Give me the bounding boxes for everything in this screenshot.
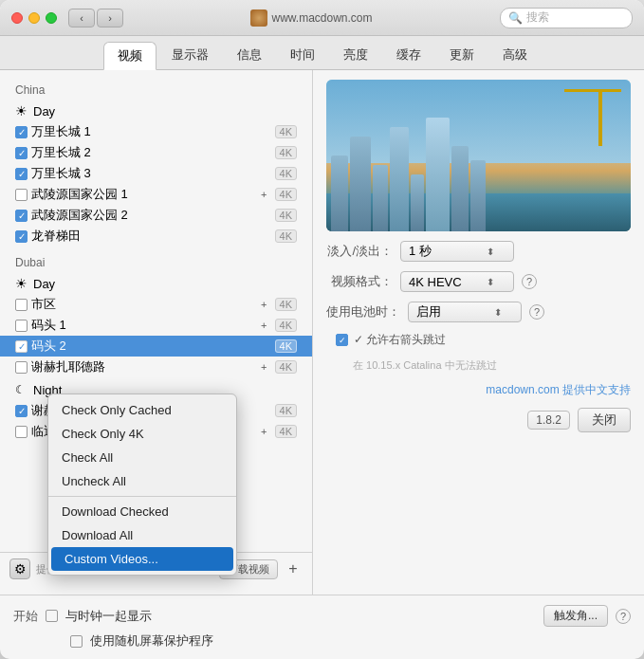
building: [470, 160, 486, 231]
dropdown-item-custom-videos[interactable]: Custom Videos...: [51, 547, 233, 571]
hotcorners-button[interactable]: 触发角...: [543, 605, 608, 627]
plus-badge: +: [261, 426, 267, 437]
list-item[interactable]: ✓ 万里长城 1 4K: [0, 121, 312, 142]
screensaver-label: 使用随机屏幕保护程序: [90, 632, 213, 650]
fade-value: 1 秒: [409, 243, 432, 260]
close-window-button[interactable]: [11, 12, 23, 24]
item-label: 码头 2: [31, 338, 271, 355]
checkbox-night-xhz[interactable]: ✓: [15, 405, 28, 417]
battery-select[interactable]: 启用 ⬍: [408, 302, 522, 322]
maximize-window-button[interactable]: [46, 12, 57, 24]
list-item[interactable]: 市区 + 4K: [0, 294, 312, 315]
title-area: www.macdown.com: [123, 9, 500, 27]
buildings: [326, 125, 631, 231]
back-button[interactable]: ‹: [68, 9, 95, 27]
item-label: 武陵源国家公园 1: [31, 186, 257, 203]
dropdown-item-check-4k[interactable]: Check Only 4K: [48, 422, 236, 446]
macdown-link[interactable]: macdown.com 提供中文支持: [486, 383, 631, 396]
traffic-lights: [11, 12, 57, 24]
checkbox-wlcc2[interactable]: ✓: [15, 147, 28, 159]
section-dubai: Dubai: [0, 252, 312, 273]
battery-help-button[interactable]: ?: [529, 304, 544, 320]
quality-badge: 4K: [275, 404, 297, 417]
building: [451, 146, 469, 231]
checkbox-night-lj[interactable]: [15, 426, 28, 438]
list-item-selected[interactable]: ✓ 码头 2 4K: [0, 336, 312, 357]
item-label: 万里长城 3: [31, 165, 271, 182]
tab-time[interactable]: 时间: [277, 42, 328, 69]
search-box[interactable]: 🔍 搜索: [500, 8, 633, 28]
format-select[interactable]: 4K HEVC ⬍: [400, 271, 514, 292]
dropdown-item-download-checked[interactable]: Download Checked: [48, 500, 236, 523]
quality-badge: 4K: [275, 125, 297, 138]
plus-badge: +: [261, 320, 267, 331]
tab-info[interactable]: 信息: [224, 42, 275, 69]
format-row: 视频格式： 4K HEVC ⬍ ?: [326, 271, 631, 292]
item-label: 谢赫扎耶德路: [31, 358, 257, 375]
dropdown-item-check-all[interactable]: Check All: [48, 446, 236, 469]
tab-brightness[interactable]: 亮度: [330, 42, 381, 69]
clock-row: 开始 与时钟一起显示 触发角... ?: [13, 605, 631, 627]
checkbox-wlcc1[interactable]: ✓: [15, 126, 28, 138]
close-button[interactable]: 关闭: [578, 408, 631, 432]
hotcorners-help-button[interactable]: ?: [616, 609, 631, 624]
link-row: macdown.com 提供中文支持: [326, 382, 631, 398]
dropdown-item-download-all[interactable]: Download All: [48, 523, 236, 547]
allow-arrow-checkbox[interactable]: ✓: [336, 334, 348, 346]
plus-badge: +: [261, 361, 267, 373]
tab-display[interactable]: 显示器: [158, 42, 222, 69]
checkbox-shq[interactable]: [15, 299, 28, 311]
checkbox-wlygy1[interactable]: [15, 189, 28, 201]
screensaver-row: 使用随机屏幕保护程序: [13, 632, 631, 650]
checkbox-xhz[interactable]: [15, 361, 28, 374]
tab-cache[interactable]: 缓存: [383, 42, 434, 69]
forward-button[interactable]: ›: [97, 9, 123, 27]
list-item[interactable]: 谢赫扎耶德路 + 4K: [0, 357, 312, 377]
item-label: 万里长城 2: [31, 144, 271, 161]
list-item[interactable]: 码头 1 + 4K: [0, 315, 312, 336]
checkbox-wlygy2[interactable]: ✓: [15, 210, 28, 222]
list-item[interactable]: ✓ 龙脊梯田 4K: [0, 226, 312, 247]
chevron-up-down-icon2: ⬍: [487, 277, 494, 287]
list-item[interactable]: ✓ 万里长城 3 4K: [0, 163, 312, 184]
quality-badge: 4K: [275, 146, 297, 159]
quality-badge: 4K: [275, 298, 297, 311]
tab-advanced[interactable]: 高级: [489, 42, 541, 69]
tab-update[interactable]: 更新: [436, 42, 488, 69]
plus-badge: +: [261, 299, 267, 310]
version-row: 1.8.2 关闭: [326, 408, 631, 432]
dropdown-item-uncheck-all[interactable]: Uncheck All: [48, 469, 236, 493]
checkbox-matou1[interactable]: [15, 320, 28, 332]
quality-badge: 4K: [275, 339, 297, 353]
list-item[interactable]: ✓ 万里长城 2 4K: [0, 142, 312, 163]
dropdown-item-check-cached[interactable]: Check Only Cached: [48, 398, 236, 422]
titlebar: ‹ › www.macdown.com 🔍 搜索: [0, 0, 644, 36]
screensaver-checkbox[interactable]: [70, 635, 83, 648]
moon-icon: ☾: [15, 383, 26, 396]
clock-checkbox[interactable]: [46, 610, 58, 622]
allow-arrow-label: ✓ 允许右箭头跳过: [354, 332, 446, 348]
add-video-button[interactable]: +: [284, 559, 303, 578]
preview-image: [326, 80, 631, 231]
list-item[interactable]: ✓ 武陵源国家公园 2 4K: [0, 205, 312, 226]
arrow-note: 在 10.15.x Catalina 中无法跳过: [326, 357, 631, 373]
building: [331, 156, 348, 231]
format-help-button[interactable]: ?: [522, 274, 537, 289]
tab-video[interactable]: 视频: [103, 42, 156, 70]
checkbox-wlcc3[interactable]: ✓: [15, 168, 28, 180]
clock-label: 与时钟一起显示: [65, 608, 152, 625]
allow-arrow-row: ✓ ✓ 允许右箭头跳过: [326, 332, 631, 348]
checkbox-ljtian[interactable]: ✓: [15, 230, 28, 243]
building: [411, 174, 424, 231]
checkbox-matou2[interactable]: ✓: [15, 340, 28, 353]
quality-badge: 4K: [275, 209, 297, 222]
minimize-window-button[interactable]: [28, 12, 40, 24]
sun-icon-china: ☀: [15, 103, 28, 119]
quality-badge: 4K: [275, 167, 297, 180]
plus-badge: +: [261, 189, 267, 200]
gear-button[interactable]: ⚙: [9, 558, 30, 579]
fade-select[interactable]: 1 秒 ⬍: [400, 241, 514, 262]
list-item[interactable]: 武陵源国家公园 1 + 4K: [0, 184, 312, 205]
battery-row: 使用电池时： 启用 ⬍ ?: [326, 302, 631, 322]
start-label: 开始: [13, 608, 38, 625]
